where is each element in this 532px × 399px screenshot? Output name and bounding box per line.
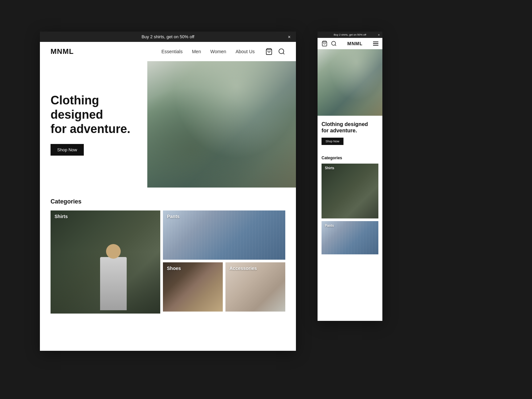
hamburger-line-2	[373, 43, 378, 44]
mobile-promo-bar: Buy 2 shirts, get on 50% off ×	[318, 32, 382, 38]
category-accessories-label: Accessories	[229, 266, 257, 271]
mobile-nav: MNML	[318, 38, 382, 49]
promo-close-button[interactable]: ×	[288, 34, 291, 40]
mobile-hero-image	[318, 49, 382, 116]
hero-headline-line2: for adventure.	[51, 122, 130, 136]
cart-icon[interactable]	[265, 48, 273, 55]
category-shoes-label: Shoes	[167, 266, 181, 271]
svg-point-1	[279, 49, 284, 54]
nav-icons	[265, 48, 285, 55]
hero-image	[147, 61, 296, 188]
hero-headline: Clothing designed for adventure.	[51, 93, 137, 136]
desktop-categories-section: Categories Shirts Pants	[40, 188, 296, 314]
nav-item-essentials[interactable]: Essentials	[161, 49, 183, 55]
mobile-promo-text: Buy 2 shirts, get on 50% off	[334, 33, 366, 36]
category-shirts-image	[51, 210, 160, 314]
desktop-hero: Clothing designed for adventure. Shop No…	[40, 61, 296, 188]
category-shirts-label: Shirts	[55, 214, 68, 219]
promo-text: Buy 2 shirts, get on 50% off	[142, 34, 195, 39]
category-shirts[interactable]: Shirts	[51, 210, 160, 314]
mobile-hero-headline-line1: Clothing designed	[322, 121, 368, 127]
categories-grid: Shirts Pants Shoes Accessorie	[51, 210, 285, 314]
category-shoes[interactable]: Shoes	[163, 262, 223, 312]
mobile-hamburger-button[interactable]	[373, 42, 378, 46]
mobile-category-shirts-image	[322, 164, 378, 218]
categories-title: Categories	[51, 198, 285, 205]
desktop-screen: Buy 2 shirts, get on 50% off × MNML Esse…	[40, 32, 296, 351]
mobile-nav-left	[322, 41, 337, 47]
categories-bottom-row: Shoes Accessories	[163, 262, 285, 312]
mobile-hero-image-overlay	[318, 49, 382, 116]
svg-line-5	[335, 45, 336, 46]
mobile-hero-text-area: Clothing designed for adventure. Shop No…	[318, 116, 382, 150]
promo-bar: Buy 2 shirts, get on 50% off ×	[40, 32, 296, 42]
nav-item-about[interactable]: About Us	[235, 49, 255, 55]
hamburger-line-1	[373, 42, 378, 42]
search-icon[interactable]	[278, 48, 285, 55]
mobile-logo[interactable]: MNML	[347, 41, 363, 46]
desktop-nav: MNML Essentials Men Women About Us	[40, 42, 296, 61]
mobile-screen: Buy 2 shirts, get on 50% off × MNML	[318, 32, 382, 321]
mobile-categories-section: Categories Shirts Pants	[318, 150, 382, 254]
person-figure	[93, 244, 133, 310]
category-pants-label: Pants	[167, 214, 180, 219]
desktop-nav-links: Essentials Men Women About Us	[161, 49, 255, 55]
hero-headline-line1: Clothing designed	[51, 93, 103, 121]
mobile-category-shirts[interactable]: Shirts	[322, 164, 378, 218]
hero-text-area: Clothing designed for adventure. Shop No…	[40, 61, 147, 188]
nav-link-women[interactable]: Women	[210, 49, 226, 54]
desktop-logo[interactable]: MNML	[51, 47, 74, 56]
mobile-category-pants[interactable]: Pants	[322, 221, 378, 254]
category-right-column: Pants Shoes Accessories	[163, 210, 285, 314]
category-pants-image	[163, 210, 285, 260]
mobile-cart-icon[interactable]	[322, 41, 328, 47]
nav-link-men[interactable]: Men	[192, 49, 201, 54]
category-pants[interactable]: Pants	[163, 210, 285, 260]
nav-item-women[interactable]: Women	[210, 49, 226, 55]
nav-item-men[interactable]: Men	[192, 49, 201, 55]
mobile-hero-headline: Clothing designed for adventure.	[322, 121, 378, 134]
category-accessories[interactable]: Accessories	[225, 262, 285, 312]
mobile-category-shirts-label: Shirts	[325, 166, 334, 170]
mobile-categories-title: Categories	[322, 156, 378, 160]
mobile-hero-headline-line2: for adventure.	[322, 128, 357, 133]
mobile-category-pants-label: Pants	[325, 224, 334, 227]
person-head	[106, 244, 121, 259]
svg-point-4	[332, 41, 335, 45]
mobile-search-icon[interactable]	[331, 41, 337, 47]
nav-link-essentials[interactable]: Essentials	[161, 49, 183, 54]
svg-line-2	[283, 53, 284, 54]
nav-link-about[interactable]: About Us	[235, 49, 255, 54]
hamburger-line-3	[373, 45, 378, 46]
mobile-hero: Clothing designed for adventure. Shop No…	[318, 49, 382, 150]
mobile-shop-now-button[interactable]: Shop Now	[322, 138, 343, 145]
mobile-promo-close-button[interactable]: ×	[378, 33, 380, 37]
hero-image-overlay	[147, 61, 296, 188]
hero-shop-now-button[interactable]: Shop Now	[51, 144, 84, 156]
